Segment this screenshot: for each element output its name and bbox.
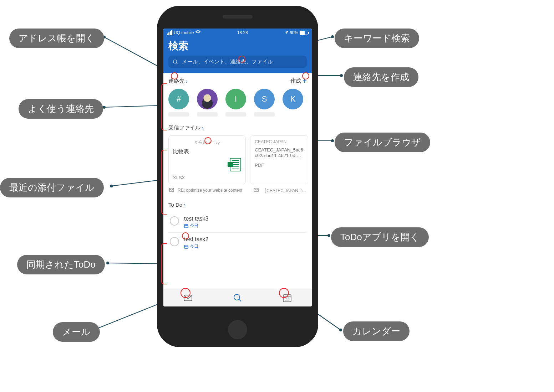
avatar-bubble: K — [283, 89, 303, 109]
annotation-marker — [171, 72, 178, 79]
annotation-marker — [182, 232, 189, 239]
file-card-type: XLSX — [173, 175, 241, 180]
todo-section-label: To Do — [168, 202, 182, 208]
todo-checkbox[interactable] — [170, 216, 179, 226]
todo-due: 今日 — [184, 243, 208, 249]
svg-rect-24 — [184, 225, 188, 228]
annotation-marker — [181, 288, 190, 298]
contact-avatar[interactable]: S — [254, 89, 275, 117]
callout-open-addressbook: アドレス帳を開く — [9, 29, 104, 48]
search-icon — [173, 59, 178, 65]
chevron-right-icon: › — [202, 125, 204, 131]
callout-file-browser: ファイルブラウザ — [335, 133, 430, 152]
svg-line-6 — [108, 263, 160, 264]
battery-icon — [300, 31, 308, 35]
avatar-bubble: I — [225, 89, 246, 109]
callout-create-contact: 連絡先を作成 — [344, 67, 418, 87]
svg-point-17 — [327, 234, 330, 237]
annotation-marker — [302, 72, 309, 79]
svg-point-7 — [106, 262, 109, 264]
svg-rect-26 — [184, 245, 188, 248]
svg-text:22: 22 — [285, 297, 289, 301]
callout-calendar: カレンダー — [343, 321, 410, 341]
files-section-label: 受信ファイル — [168, 124, 200, 131]
todo-title: test task3 — [184, 216, 208, 222]
file-card[interactable]: CEATEC JAPAN CEATEC_JAPAN_5ac6c92a-bd11-… — [250, 135, 308, 184]
todo-checkbox[interactable] — [170, 237, 179, 246]
annotation-marker — [238, 56, 245, 63]
file-card-title: 比較表 — [173, 148, 241, 155]
svg-line-4 — [111, 180, 160, 186]
svg-point-11 — [331, 35, 334, 38]
contact-avatar[interactable]: I — [225, 89, 246, 117]
callout-mail: メール — [53, 322, 100, 342]
svg-point-13 — [340, 74, 343, 77]
search-input[interactable]: メール、イベント、連絡先、ファイル — [168, 56, 307, 68]
avatar-name-placeholder — [197, 112, 218, 117]
avatar-bubble: # — [168, 89, 189, 109]
mail-icon — [254, 188, 259, 194]
clock-label: 18:28 — [237, 30, 248, 35]
svg-point-15 — [331, 139, 334, 142]
svg-point-5 — [110, 185, 113, 187]
avatar-name-placeholder — [225, 112, 246, 117]
annotation-marker — [279, 288, 289, 298]
avatar-image — [197, 89, 218, 109]
open-files-link[interactable]: 受信ファイル › — [168, 124, 204, 131]
svg-point-3 — [103, 106, 106, 109]
callout-frequent-contacts: よく使う連絡先 — [19, 99, 103, 119]
page-title: 検索 — [168, 39, 307, 53]
phone-home-button — [228, 320, 247, 339]
contact-avatar[interactable]: # — [168, 89, 189, 117]
todo-item[interactable]: test task3 今日 — [168, 212, 307, 232]
svg-point-19 — [339, 329, 342, 331]
signal-icon — [167, 30, 172, 35]
annotation-bracket — [161, 150, 167, 215]
phone-screen: UQ mobile 18:28 60% 検索 — [163, 29, 312, 306]
todo-item[interactable]: test task2 今日 — [168, 232, 307, 253]
contact-avatar[interactable] — [197, 89, 218, 117]
callout-recent-attachments: 最近の添付ファイル — [0, 178, 104, 197]
tab-search[interactable] — [213, 289, 262, 306]
create-contact-label: 作成 — [290, 78, 301, 84]
todo-due: 今日 — [184, 223, 208, 229]
avatar-bubble: S — [254, 89, 275, 109]
svg-line-30 — [239, 299, 241, 301]
contact-avatar[interactable]: K — [283, 89, 303, 117]
svg-rect-23 — [254, 188, 258, 192]
file-card-type: PDF — [255, 163, 304, 168]
svg-rect-22 — [169, 188, 174, 192]
status-bar: UQ mobile 18:28 60% — [163, 29, 312, 37]
callout-open-todo-app: ToDoアプリを開く — [331, 227, 429, 247]
file-source-mail-subject: 【CEATEC JAPAN 2… — [262, 188, 306, 194]
svg-point-29 — [234, 294, 240, 300]
battery-pct-label: 60% — [290, 30, 298, 35]
carrier-label: UQ mobile — [174, 30, 194, 35]
wifi-icon — [195, 30, 200, 36]
search-header: 検索 メール、イベント、連絡先、ファイル — [163, 37, 312, 73]
location-icon — [285, 30, 288, 35]
open-todo-link[interactable]: To Do › — [168, 202, 185, 208]
calendar-small-icon — [184, 244, 188, 249]
svg-line-2 — [104, 105, 160, 107]
chevron-right-icon: › — [184, 202, 185, 208]
search-icon — [233, 293, 243, 303]
recent-attachments-row: からのメール 比較表 XLSX CEATEC JAPAN CEATEC_JAPA… — [163, 135, 312, 184]
annotation-bracket — [161, 243, 167, 284]
callout-keyword-search: キーワード検索 — [335, 29, 419, 48]
chevron-right-icon: › — [186, 78, 188, 84]
mail-icon — [169, 188, 174, 194]
phone-speaker — [223, 15, 253, 19]
calendar-small-icon — [184, 224, 188, 228]
avatar-name-placeholder — [168, 112, 189, 117]
file-card-filename: CEATEC_JAPAN_5ac6c92a-bd11-4b21-9df… — [255, 147, 304, 159]
excel-file-icon — [230, 158, 241, 171]
svg-point-20 — [173, 60, 177, 63]
annotation-marker — [204, 137, 212, 144]
annotation-bracket — [161, 83, 167, 130]
open-contacts-link[interactable]: 連絡先 › — [168, 78, 188, 84]
file-source-mail-subject: RE: optimize your website content — [178, 188, 242, 194]
frequent-contacts-row: # I S K — [163, 89, 312, 123]
file-card-sender: CEATEC JAPAN — [255, 139, 304, 144]
avatar-name-placeholder — [254, 112, 275, 117]
